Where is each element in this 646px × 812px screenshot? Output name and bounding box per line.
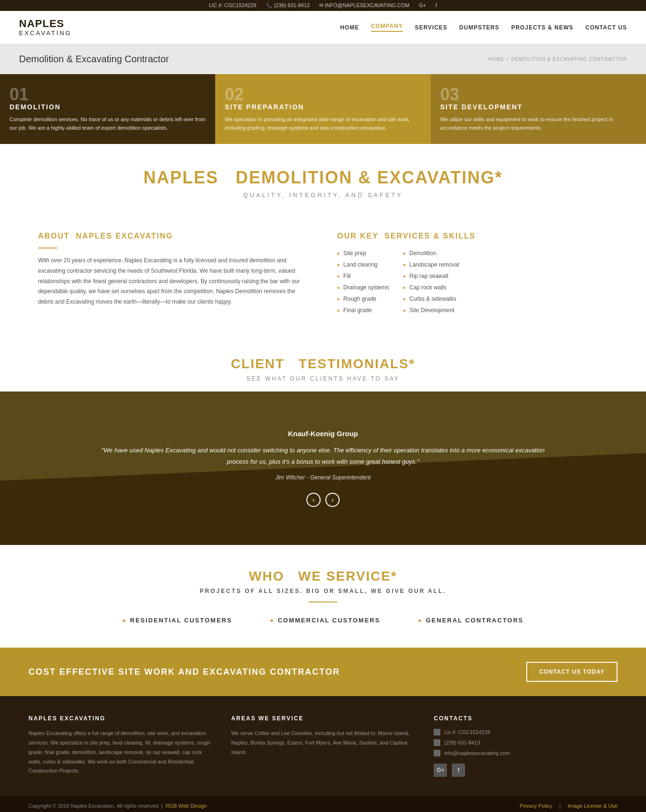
breadcrumb-banner: Demolition & Excavating Contractor HOME …	[0, 44, 646, 74]
service-boxes: 01 DEMOLITION Complete demolition servic…	[0, 74, 646, 144]
main-heading-highlight: DEMOLITION & EXCAVATING*	[236, 168, 503, 187]
service-num-1: 01	[10, 86, 206, 103]
skill-item: Land clearing	[337, 261, 389, 268]
skill-item: Landscape removal	[403, 261, 459, 268]
nav-projects[interactable]: PROJECTS & NEWS	[511, 24, 573, 31]
testimonials-header: CLIENT TESTIMONIALS* SEE WHAT OUR CLIENT…	[0, 337, 646, 382]
about-highlight: NAPLES EXCAVATING	[76, 232, 173, 240]
nav-home[interactable]: HOME	[340, 24, 359, 31]
image-license-link[interactable]: Image License & Use	[568, 803, 618, 809]
service-num-3: 03	[440, 86, 636, 103]
service-box-site-prep: 02 SITE PREPARATION We specialize in pro…	[215, 74, 430, 144]
prev-arrow[interactable]: ‹	[306, 493, 321, 507]
facebook-footer-icon[interactable]: f	[452, 764, 465, 777]
footer-phone-text: (239) 631-8413	[444, 740, 480, 745]
nav-company[interactable]: COMPANY	[371, 23, 403, 32]
about-column: ABOUT NAPLES EXCAVATING With over 20 yea…	[38, 232, 309, 318]
service-desc-2: We specialize in providing an integrated…	[225, 115, 421, 132]
logo-name-line2: EXCAVATING	[19, 29, 72, 37]
who-service-highlight: WE SERVICE*	[294, 569, 397, 583]
testimonials-heading: CLIENT TESTIMONIALS*	[19, 356, 627, 372]
service-type-commercial: COMMERCIAL CUSTOMERS	[270, 617, 380, 624]
header: NAPLES EXCAVATING HOME COMPANY SERVICES …	[0, 11, 646, 44]
phone-icon	[434, 739, 440, 746]
cta-text: COST EFFECTIVE SITE WORK AND EXCAVATING …	[28, 667, 340, 677]
skills-column: OUR KEY SERVICES & SKILLS Site prep Land…	[337, 232, 608, 318]
nav-contact[interactable]: CONTACT US	[585, 24, 627, 31]
nav-services[interactable]: SERVICES	[415, 24, 447, 31]
breadcrumb-title: Demolition & Excavating Contractor	[19, 54, 169, 65]
nav-dumpsters[interactable]: DUMPSTERS	[459, 24, 499, 31]
phone-text: 📞 (239) 631-8413	[266, 2, 310, 9]
logo-name-line1: NAPLES	[19, 18, 72, 29]
cta-banner: COST EFFECTIVE SITE WORK AND EXCAVATING …	[0, 648, 646, 696]
footer-license: Lic #: CGC1524229	[434, 729, 618, 736]
service-title-2: SITE PREPARATION	[225, 103, 421, 111]
main-title-section: NAPLES DEMOLITION & EXCAVATING* QUALITY,…	[0, 144, 646, 213]
skills-highlight: SERVICES & SKILLS	[385, 232, 476, 240]
testimonials-subtitle: SEE WHAT OUR CLIENTS HAVE TO SAY	[19, 375, 627, 382]
testimonial-slider: Knauf-Koenig Group "We have used Naples …	[0, 392, 646, 545]
service-desc-3: We utilize our skills and equipment to w…	[440, 115, 636, 132]
testimonial-text: "We have used Naples Excavating and woul…	[95, 445, 551, 467]
main-subtitle: QUALITY, INTEGRITY, AND SAFETY	[19, 191, 627, 199]
service-box-site-dev: 03 SITE DEVELOPMENT We utilize our skill…	[431, 74, 646, 144]
about-heading: ABOUT NAPLES EXCAVATING	[38, 232, 309, 240]
about-skills-section: ABOUT NAPLES EXCAVATING With over 20 yea…	[0, 213, 646, 337]
who-service-subtitle: PROJECTS OF ALL SIZES. BIG OR SMALL, WE …	[19, 588, 627, 594]
footer-copyright: Copyright © 2016 Naples Excavation. All …	[28, 803, 207, 809]
skills-grid: Site prep Land clearing Fill Drainage sy…	[337, 250, 608, 318]
footer-col-about: NAPLES EXCAVATING Naples Excavating offe…	[28, 715, 212, 777]
breadcrumb-path: HOME > DEMOLITION & EXCAVATING CONTRACTO…	[488, 57, 627, 62]
skills-list-2: Demolition Landscape removal Rip rap sea…	[403, 250, 459, 318]
service-desc-1: Complete demolition services. No trace o…	[10, 115, 206, 132]
rgb-link[interactable]: RGB Web Design	[166, 803, 207, 809]
footer-link-separator: |	[560, 803, 561, 809]
email-text: ✉ INFO@NAPLESEXCAVATING.COM	[319, 2, 409, 9]
footer-bottom: Copyright © 2016 Naples Excavation. All …	[0, 796, 646, 812]
cta-button[interactable]: CONTACT US TODAY	[526, 662, 618, 682]
main-heading-prefix: NAPLES	[143, 168, 218, 187]
service-box-demolition: 01 DEMOLITION Complete demolition servic…	[0, 74, 215, 144]
main-nav: HOME COMPANY SERVICES DUMPSTERS PROJECTS…	[340, 23, 627, 32]
service-title-1: DEMOLITION	[10, 103, 206, 111]
skill-item: Drainage systems	[337, 284, 389, 291]
next-arrow[interactable]: ›	[325, 493, 340, 507]
skill-item: Site prep	[337, 250, 389, 257]
top-bar: LIC #: CGC1524229 📞 (239) 631-8413 ✉ INF…	[0, 0, 646, 11]
license-text: LIC #: CGC1524229	[209, 2, 256, 9]
footer-col-about-title: NAPLES EXCAVATING	[28, 715, 212, 722]
who-service-section: WHO WE SERVICE* PROJECTS OF ALL SIZES. B…	[0, 545, 646, 638]
email-icon	[434, 750, 440, 756]
facebook-icon[interactable]: f	[436, 2, 437, 9]
privacy-policy-link[interactable]: Privacy Policy	[520, 803, 552, 809]
testimonial-author: Jim Witcher - General Superintendent	[95, 474, 551, 481]
slider-arrows: ‹ ›	[95, 493, 551, 507]
footer-email: info@naplesexcavating.com	[434, 750, 618, 756]
skill-item: Fill	[337, 273, 389, 279]
gplus-icon[interactable]: G+	[419, 2, 426, 9]
about-body: With over 20 years of experience, Naples…	[38, 256, 309, 307]
footer-phone: (239) 631-8413	[434, 739, 618, 746]
skill-item: Demolition	[403, 250, 459, 257]
footer-col-contacts: CONTACTS Lic #: CGC1524229 (239) 631-841…	[434, 715, 618, 777]
footer-col-about-body: Naples Excavating offers a full range of…	[28, 729, 212, 776]
footer: NAPLES EXCAVATING Naples Excavating offe…	[0, 696, 646, 796]
skills-heading: OUR KEY SERVICES & SKILLS	[337, 232, 608, 240]
service-type-contractors: GENERAL CONTRACTORS	[418, 617, 523, 624]
gplus-footer-icon[interactable]: G+	[434, 764, 447, 777]
license-icon	[434, 729, 440, 736]
service-title-3: SITE DEVELOPMENT	[440, 103, 636, 111]
footer-col-areas-title: AREAS WE SERVICE	[231, 715, 415, 722]
testimonials-highlight: TESTIMONIALS*	[294, 356, 415, 371]
logo[interactable]: NAPLES EXCAVATING	[19, 18, 72, 37]
service-type-residential: RESIDENTIAL CUSTOMERS	[123, 617, 232, 624]
skill-item: Rip rap seawall	[403, 273, 459, 279]
footer-col-areas: AREAS WE SERVICE We serve Collier and Le…	[231, 715, 415, 777]
main-heading: NAPLES DEMOLITION & EXCAVATING*	[19, 168, 627, 188]
skills-list-1: Site prep Land clearing Fill Drainage sy…	[337, 250, 389, 318]
service-types: RESIDENTIAL CUSTOMERS COMMERCIAL CUSTOME…	[19, 617, 627, 624]
footer-col-areas-body: We serve Collier and Lee Counties, inclu…	[231, 729, 415, 757]
skill-item: Rough grade	[337, 296, 389, 302]
skill-item: Site Development	[403, 307, 459, 314]
